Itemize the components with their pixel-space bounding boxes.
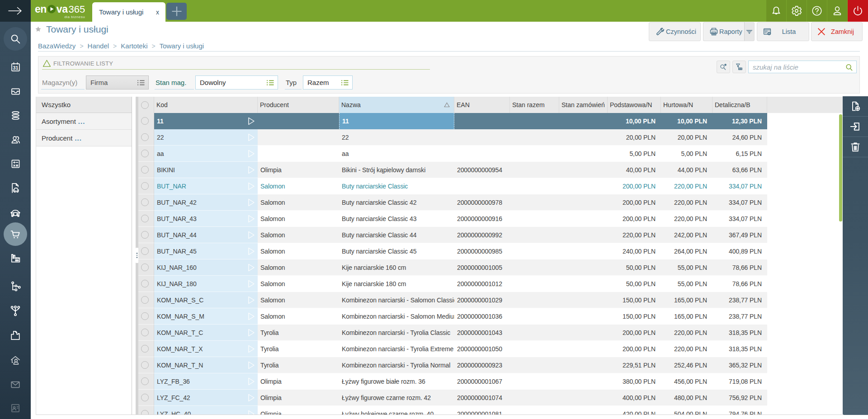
row-radio[interactable] bbox=[141, 377, 149, 385]
table-row[interactable]: BUT_NAR_45SalomonButy narciarskie Classi… bbox=[138, 243, 767, 259]
table-row[interactable]: LYZ_FB_36OlimpiaŁyżwy figurowe białe roz… bbox=[138, 373, 767, 390]
filter-panel-title[interactable]: FILTROWANIE LISTY bbox=[53, 60, 113, 67]
table-row[interactable]: KIJ_NAR_160SalomonKije narciarskie 160 c… bbox=[138, 259, 767, 276]
filter-value-select[interactable]: Razem bbox=[303, 75, 353, 89]
filter-columns-button[interactable] bbox=[732, 61, 746, 73]
table-row[interactable]: 222220,00 PLN20,00 PLN24,60 PLN bbox=[138, 129, 767, 146]
column-header-producent[interactable]: Producent bbox=[258, 97, 339, 113]
row-radio[interactable] bbox=[141, 296, 149, 304]
breadcrumb-item[interactable]: BazaWiedzy bbox=[38, 42, 75, 50]
czynnosci-button[interactable]: Czynności bbox=[649, 22, 701, 41]
category-item[interactable]: Producent... bbox=[36, 130, 132, 146]
row-radio[interactable] bbox=[141, 264, 149, 271]
table-row[interactable]: KOM_NAR_T_NTyroliaKombinezon narciarski … bbox=[138, 357, 767, 373]
table-header-spacer bbox=[767, 97, 843, 113]
row-radio[interactable] bbox=[141, 394, 149, 401]
row-expand-icon[interactable] bbox=[248, 133, 255, 142]
row-expand-icon[interactable] bbox=[248, 149, 255, 158]
row-expand-icon[interactable] bbox=[248, 344, 255, 353]
table-row[interactable]: BUT_NAR_44SalomonButy narciarskie Classi… bbox=[138, 227, 767, 243]
delete-record-button[interactable] bbox=[843, 137, 868, 157]
row-expand-icon[interactable] bbox=[248, 214, 255, 223]
search-submit-icon[interactable] bbox=[844, 63, 854, 72]
app-root: en va 365 dla biznesu Towary i usługi x bbox=[0, 0, 868, 419]
category-item[interactable]: Wszystko bbox=[36, 97, 132, 113]
row-expand-icon[interactable] bbox=[248, 377, 255, 386]
row-radio[interactable] bbox=[141, 133, 149, 141]
filter-value-select[interactable]: Firma bbox=[86, 75, 149, 89]
open-record-button[interactable] bbox=[843, 117, 868, 137]
new-record-button[interactable] bbox=[843, 96, 868, 117]
column-header-stan-zam-wie-[interactable]: Stan zamówień bbox=[559, 97, 608, 113]
table-row[interactable]: LYZ_HC_40OlimpiaŁyżwy hokejowe czarne ro… bbox=[138, 406, 767, 414]
row-expand-icon[interactable] bbox=[248, 410, 255, 414]
column-header-nazwa[interactable]: Nazwa bbox=[339, 97, 454, 113]
table-row[interactable]: KOM_NAR_S_MSalomonKombinezon narciarski … bbox=[138, 308, 767, 325]
breadcrumb-item[interactable]: Towary i usługi bbox=[160, 42, 204, 50]
table-row[interactable]: LYZ_FC_42OlimpiaŁyżwy figurowe czarne ro… bbox=[138, 390, 767, 406]
row-expand-icon[interactable] bbox=[248, 231, 255, 240]
row-radio[interactable] bbox=[141, 361, 149, 369]
row-radio[interactable] bbox=[141, 329, 149, 336]
row-expand-icon[interactable] bbox=[248, 247, 255, 256]
table-row[interactable]: KOM_NAR_T_XTyroliaKombinezon narciarski … bbox=[138, 341, 767, 357]
row-expand-icon[interactable] bbox=[248, 198, 255, 207]
advanced-search-button[interactable] bbox=[717, 61, 730, 73]
breadcrumb-item[interactable]: Kartoteki bbox=[121, 42, 147, 50]
row-radio[interactable] bbox=[141, 410, 149, 414]
cell-ean: 2000000000954 bbox=[454, 162, 510, 178]
row-radio[interactable] bbox=[141, 312, 149, 320]
category-item[interactable]: Asortyment... bbox=[36, 113, 132, 130]
filter-value-select[interactable]: Dowolny bbox=[195, 75, 278, 89]
column-header-stan-razem[interactable]: Stan razem bbox=[510, 97, 559, 113]
table-row[interactable]: BUT_NARSalomonButy narciarskie Classic20… bbox=[138, 178, 767, 194]
raporty-dropdown-button[interactable] bbox=[744, 22, 755, 41]
column-header-hurtowa-n[interactable]: Hurtowa/N bbox=[661, 97, 712, 113]
table-row[interactable]: KOM_NAR_T_CTyroliaKombinezon narciarski … bbox=[138, 325, 767, 341]
table-row[interactable]: KOM_NAR_S_CSalomonKombinezon narciarski … bbox=[138, 292, 767, 308]
lista-button[interactable]: Lista bbox=[757, 22, 809, 41]
row-radio[interactable] bbox=[141, 117, 149, 125]
row-expand-icon[interactable] bbox=[248, 165, 255, 174]
table-row[interactable]: BIKINIOlimpiaBikini - Strój kąpielowy da… bbox=[138, 162, 767, 178]
list-search-input[interactable] bbox=[749, 61, 856, 73]
breadcrumb-item[interactable]: Handel bbox=[88, 42, 109, 50]
favorite-star-icon[interactable] bbox=[35, 26, 42, 33]
select-all-radio[interactable] bbox=[141, 101, 149, 109]
cell-podstawowa: 200,00 PLN bbox=[608, 325, 661, 341]
row-radio[interactable] bbox=[141, 231, 149, 239]
row-expand-icon[interactable] bbox=[248, 296, 255, 305]
raporty-button[interactable]: Raporty bbox=[703, 22, 744, 41]
row-expand-icon[interactable] bbox=[248, 361, 255, 370]
row-radio[interactable] bbox=[141, 166, 149, 174]
column-header-podstawowa-n[interactable]: Podstawowa/N bbox=[608, 97, 661, 113]
list-select-icon bbox=[341, 79, 349, 86]
row-radio[interactable] bbox=[141, 215, 149, 222]
column-header-detaliczna-b[interactable]: Detaliczna/B bbox=[712, 97, 767, 113]
table-row[interactable]: 111110,00 PLN10,00 PLN12,30 PLN bbox=[138, 113, 767, 129]
cell-detaliczna: 400,89 PLN bbox=[712, 243, 767, 259]
row-radio[interactable] bbox=[141, 198, 149, 206]
row-radio[interactable] bbox=[141, 280, 149, 287]
cell-detaliczna: 365,32 PLN bbox=[712, 357, 767, 373]
column-header-ean[interactable]: EAN bbox=[454, 97, 510, 113]
row-expand-icon[interactable] bbox=[248, 328, 255, 337]
row-expand-icon[interactable] bbox=[248, 393, 255, 402]
row-radio[interactable] bbox=[141, 247, 149, 255]
row-expand-icon[interactable] bbox=[248, 312, 255, 321]
row-expand-icon[interactable] bbox=[248, 279, 255, 288]
table-scrollbar[interactable] bbox=[839, 114, 842, 221]
cell-podstawowa: 200,00 PLN bbox=[608, 211, 661, 227]
table-row[interactable]: KIJ_NAR_180SalomonKije narciarskie 180 c… bbox=[138, 276, 767, 292]
table-row[interactable]: BUT_NAR_42SalomonButy narciarskie Classi… bbox=[138, 194, 767, 211]
row-radio[interactable] bbox=[141, 150, 149, 157]
row-expand-icon[interactable] bbox=[248, 117, 255, 126]
row-expand-icon[interactable] bbox=[248, 182, 255, 191]
column-header-kod[interactable]: Kod bbox=[154, 97, 258, 113]
row-radio[interactable] bbox=[141, 345, 149, 353]
zamknij-button[interactable]: Zamknij bbox=[811, 22, 863, 41]
table-row[interactable]: aaaa5,00 PLN5,00 PLN6,15 PLN bbox=[138, 146, 767, 162]
table-row[interactable]: BUT_NAR_43SalomonButy narciarskie Classi… bbox=[138, 211, 767, 227]
row-radio[interactable] bbox=[141, 182, 149, 190]
row-expand-icon[interactable] bbox=[248, 263, 255, 272]
